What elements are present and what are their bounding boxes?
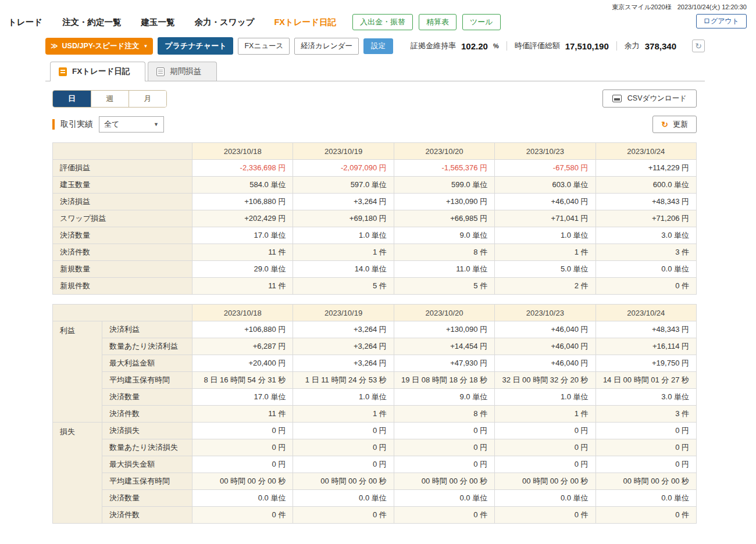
- nav-item-trade[interactable]: トレード: [8, 17, 42, 28]
- table-cell: 0.0 単位: [293, 490, 394, 507]
- nav-item-positions[interactable]: 建玉一覧: [141, 17, 175, 28]
- row-label: 決済件数: [102, 406, 192, 423]
- table-cell: +47,930 円: [394, 355, 494, 372]
- table-cell: +19,750 円: [595, 355, 696, 372]
- table-row: 平均建玉保有時間8 日 16 時間 54 分 31 秒1 日 11 時間 24 …: [53, 372, 697, 389]
- margin-rate-value: 102.20: [461, 41, 488, 51]
- row-label: 新規件数: [53, 278, 192, 295]
- row-label: 最大利益金額: [102, 355, 192, 372]
- table-corner-cell: [53, 143, 192, 160]
- table-row: 最大利益金額+20,400 円+3,264 円+47,930 円+46,040 …: [53, 355, 697, 372]
- table-cell: +16,114 円: [595, 338, 696, 355]
- table-header-row: 2023/10/182023/10/192023/10/202023/10/23…: [53, 143, 697, 160]
- deposit-withdraw-button[interactable]: 入出金・振替: [352, 14, 413, 30]
- table-cell: +20,400 円: [192, 355, 293, 372]
- period-week-button[interactable]: 週: [91, 91, 129, 107]
- table-cell: -2,336,698 円: [192, 160, 293, 177]
- nav-item-fx-diary[interactable]: FXトレード日記: [274, 17, 336, 28]
- table-cell: 1.0 単位: [293, 389, 394, 406]
- settlement-sheet-button[interactable]: 精算表: [419, 14, 457, 30]
- toolbar-refresh-button[interactable]: ↻: [692, 40, 705, 52]
- table-cell: +14,454 円: [394, 338, 494, 355]
- date-header-cell: 2023/10/24: [595, 143, 696, 160]
- margin-rate-unit: %: [493, 42, 499, 49]
- date-header-cell: 2023/10/18: [192, 305, 293, 321]
- trade-filter-select[interactable]: 全て ▼: [99, 116, 164, 133]
- row-label: 数量あたり決済損失: [102, 439, 192, 456]
- row-label: 最大損失金額: [102, 456, 192, 473]
- table-row: スワップ損益+202,429 円+69,180 円+66,985 円+71,04…: [53, 210, 697, 227]
- table-cell: 0 円: [293, 439, 394, 456]
- csv-download-label: CSVダウンロード: [627, 94, 687, 103]
- date-header-cell: 2023/10/23: [495, 305, 595, 321]
- table-cell: 599.0 単位: [394, 177, 494, 194]
- table-cell: 0 件: [192, 507, 293, 524]
- table-cell: 0 件: [293, 507, 394, 524]
- period-month-button[interactable]: 月: [129, 91, 166, 107]
- nav-item-orders[interactable]: 注文・約定一覧: [62, 17, 122, 28]
- table-cell: 17.0 単位: [192, 227, 293, 244]
- table-cell: +3,264 円: [293, 355, 394, 372]
- table-cell: 00 時間 00 分 00 秒: [293, 473, 394, 490]
- fx-news-button[interactable]: FXニュース: [238, 38, 290, 55]
- table-cell: 8 件: [394, 406, 494, 423]
- tab-fx-diary[interactable]: FXトレード日記: [50, 62, 145, 81]
- tools-button[interactable]: ツール: [462, 14, 501, 30]
- row-label: 決済利益: [102, 321, 192, 338]
- table-cell: 0.0 単位: [595, 261, 696, 278]
- table-cell: +114,229 円: [595, 160, 696, 177]
- date-header-cell: 2023/10/20: [394, 143, 494, 160]
- table-row: 損失決済損失0 円0 円0 円0 円0 円: [53, 423, 697, 439]
- table-cell: 600.0 単位: [595, 177, 696, 194]
- date-header-cell: 2023/10/23: [495, 143, 595, 160]
- toolbar: ≫ USD/JPY-スピード注文 ▼ プラチナチャート FXニュース 経済カレン…: [0, 34, 756, 60]
- table-cell: 0 件: [394, 507, 494, 524]
- table-cell: +202,429 円: [192, 210, 293, 227]
- csv-file-icon: [612, 95, 622, 102]
- platinum-chart-button[interactable]: プラチナチャート: [158, 37, 233, 55]
- table-cell: +46,040 円: [495, 194, 595, 210]
- table-row: 建玉数量584.0 単位597.0 単位599.0 単位603.0 単位600.…: [53, 177, 697, 194]
- table-cell: 00 時間 00 分 00 秒: [192, 473, 293, 490]
- row-label: 決済損失: [102, 423, 192, 439]
- table-cell: 32 日 00 時間 32 分 20 秒: [495, 372, 595, 389]
- row-label: 決済数量: [102, 490, 192, 507]
- table-cell: 19 日 08 時間 18 分 18 秒: [394, 372, 494, 389]
- table-cell: +66,985 円: [394, 210, 494, 227]
- table-cell: 5 件: [394, 278, 494, 295]
- accent-bar: [52, 119, 55, 130]
- row-label: 新規数量: [53, 261, 192, 278]
- table-cell: +3,264 円: [293, 338, 394, 355]
- pair-order-dropdown[interactable]: ≫ USD/JPY-スピード注文 ▼: [45, 38, 153, 55]
- divider: [616, 41, 617, 51]
- margin-info: 証拠金維持率 102.20 % 時価評価総額 17,510,190 余力 378…: [411, 41, 676, 51]
- pair-order-label: USD/JPY-スピード注文: [62, 41, 140, 51]
- period-day-button[interactable]: 日: [53, 91, 91, 107]
- trade-results-label: 取引実績: [60, 119, 93, 130]
- table-cell: +3,264 円: [293, 321, 394, 338]
- table-cell: 3 件: [595, 244, 696, 261]
- nav-item-margin-swap[interactable]: 余力・スワップ: [195, 17, 255, 28]
- table-row: 決済件数11 件1 件8 件1 件3 件: [53, 406, 697, 423]
- content-panel: 日 週 月 CSVダウンロード 取引実績 全て ▼ ↻ 更新 2023/10/1…: [0, 81, 756, 524]
- table-cell: +106,880 円: [192, 194, 293, 210]
- table-row: 決済数量17.0 単位1.0 単位9.0 単位1.0 単位3.0 単位: [53, 227, 697, 244]
- table-cell: 2 件: [495, 278, 595, 295]
- settings-button[interactable]: 設定: [363, 38, 393, 54]
- logout-button[interactable]: ログアウト: [696, 14, 747, 28]
- table-cell: 5 件: [293, 278, 394, 295]
- notebook-icon: [59, 67, 67, 76]
- main-nav: トレード 注文・約定一覧 建玉一覧 余力・スワップ FXトレード日記: [8, 17, 336, 28]
- table-cell: 9.0 単位: [394, 389, 494, 406]
- row-label: 数量あたり決済利益: [102, 338, 192, 355]
- table-cell: 3.0 単位: [595, 389, 696, 406]
- csv-download-button[interactable]: CSVダウンロード: [602, 90, 697, 108]
- table-cell: 1 件: [495, 406, 595, 423]
- row-label: 平均建玉保有時間: [102, 372, 192, 389]
- table-row: 新規件数11 件5 件5 件2 件0 件: [53, 278, 697, 295]
- table-row: 最大損失金額0 円0 円0 円0 円0 円: [53, 456, 697, 473]
- update-button[interactable]: ↻ 更新: [652, 116, 697, 133]
- economic-calendar-button[interactable]: 経済カレンダー: [294, 38, 359, 55]
- table-cell: 1 日 11 時間 24 分 53 秒: [293, 372, 394, 389]
- tab-period-pl[interactable]: 期間損益: [148, 62, 217, 81]
